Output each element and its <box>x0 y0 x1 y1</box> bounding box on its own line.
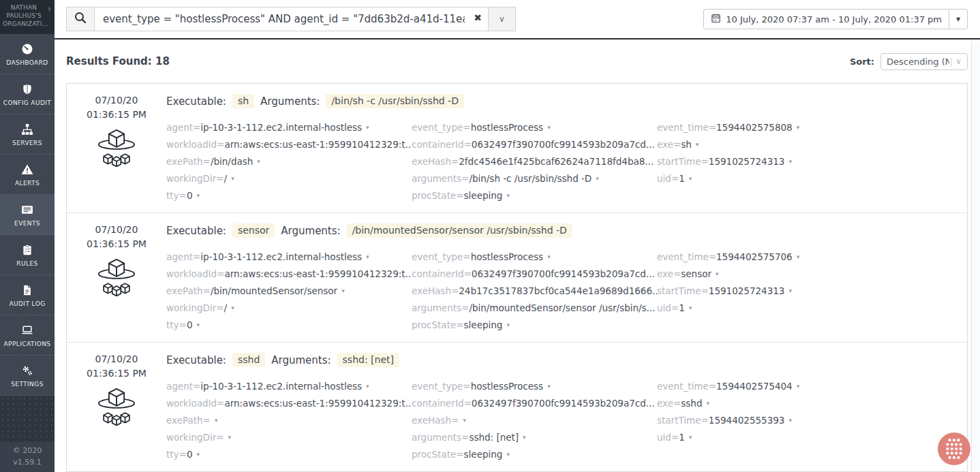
search-button[interactable] <box>66 7 95 31</box>
kv-column: event_type=hostlessProcess▾containerId=0… <box>412 248 657 333</box>
event-headline: Executable: sh Arguments: /bin/sh -c /us… <box>166 93 956 110</box>
kv-pair[interactable]: arguments=/bin/mountedSensor/sensor /usr… <box>412 299 657 316</box>
kv-pair[interactable]: startTime=1594402555393▾ <box>657 411 956 428</box>
kv-value: sensor <box>681 268 711 279</box>
sidebar-item-dashboard[interactable]: DASHBOARD <box>0 34 55 74</box>
kv-pair[interactable]: arguments=/bin/sh -c /usr/sbin/sshd -D▾ <box>412 170 657 187</box>
sidebar-item-audit-log[interactable]: AUDIT LOG <box>0 275 55 315</box>
kv-value: 1 <box>679 302 685 313</box>
search-dropdown-button[interactable]: ∨ <box>489 7 516 31</box>
kv-pair[interactable]: exe=sh▾ <box>657 136 956 153</box>
chat-widget-button[interactable] <box>938 432 970 465</box>
kv-pair[interactable]: event_time=1594402575808▾ <box>657 119 956 136</box>
equals-sign: = <box>193 122 200 133</box>
date-range-picker[interactable]: 10 July, 2020 07:37 am - 10 July, 2020 0… <box>703 9 968 29</box>
kv-pair[interactable]: procState=sleeping▾ <box>412 187 657 204</box>
caret-down-icon: ▾ <box>506 321 510 328</box>
kv-pair[interactable]: exeHash=▾ <box>412 411 657 428</box>
sidebar: NATHAN PAULHUS'S ORGANIZATI... › DASHBOA… <box>0 0 55 472</box>
event-row[interactable]: 07/10/20 01:36:15 PM <box>67 343 967 472</box>
arguments-value-badge: /bin/mountedSensor/sensor /usr/sbin/sshd… <box>347 223 572 238</box>
equals-sign: = <box>216 432 224 443</box>
sidebar-item-applications[interactable]: APPLICATIONS <box>0 315 55 356</box>
app-root: NATHAN PAULHUS'S ORGANIZATI... › DASHBOA… <box>0 0 980 472</box>
kv-pair[interactable]: tty=0▾ <box>166 445 412 462</box>
equals-sign: = <box>673 398 681 409</box>
clipboard-checklist-icon <box>21 242 33 257</box>
kv-pair[interactable]: agent=ip-10-3-1-112.ec2.internal-hostles… <box>166 377 412 394</box>
sidebar-item-label: SERVERS <box>12 140 42 146</box>
kv-pair[interactable]: procState=sleeping▾ <box>412 316 657 333</box>
sidebar-item-alerts[interactable]: ALERTS <box>0 155 55 195</box>
event-row[interactable]: 07/10/20 01:36:15 PM <box>67 213 967 343</box>
kv-pair[interactable]: event_time=1594402575404▾ <box>657 377 956 394</box>
kv-key: arguments <box>412 302 461 313</box>
kv-pair[interactable]: uid=1▾ <box>657 299 956 316</box>
kv-pair[interactable]: arguments=sshd: [net]▾ <box>412 428 657 445</box>
kv-pair[interactable]: tty=0▾ <box>166 187 412 204</box>
kv-key: startTime <box>657 285 701 296</box>
event-date: 07/10/20 <box>67 224 166 235</box>
kv-pair[interactable]: workingDir=/▾ <box>166 299 412 316</box>
kv-pair[interactable]: uid=1▾ <box>657 170 956 187</box>
kv-pair[interactable]: uid=1▾ <box>657 428 956 445</box>
sidebar-item-rules[interactable]: RULES <box>0 235 55 275</box>
kv-pair[interactable]: workloadId=arn:aws:ecs:us-east-1:9599104… <box>166 394 412 411</box>
kv-pair[interactable]: exePath=/bin/dash▾ <box>166 153 412 170</box>
event-row[interactable]: 07/10/20 01:36:15 PM <box>67 84 967 213</box>
kv-pair[interactable]: startTime=1591025724313▾ <box>657 153 956 170</box>
search-input[interactable] <box>95 7 489 31</box>
kv-pair[interactable]: exePath=/bin/mountedSensor/sensor▾ <box>166 282 412 299</box>
kv-pair[interactable]: workloadId=arn:aws:ecs:us-east-1:9599104… <box>166 265 412 282</box>
kv-pair[interactable]: event_type=hostlessProcess▾ <box>412 248 657 265</box>
kv-column: event_type=hostlessProcess▾containerId=0… <box>412 377 657 462</box>
kv-value: ip-10-3-1-112.ec2.internal-hostless <box>200 381 362 392</box>
caret-down-icon: ▾ <box>366 383 369 390</box>
kv-pair[interactable]: workingDir=/▾ <box>166 170 412 187</box>
caret-down-icon: ▾ <box>341 287 345 294</box>
kv-pair[interactable]: agent=ip-10-3-1-112.ec2.internal-hostles… <box>166 119 412 136</box>
event-headline: Executable: sshd Arguments: sshd: [net] <box>166 351 956 368</box>
kv-pair[interactable]: exe=sshd▾ <box>657 394 956 411</box>
kv-pair[interactable]: tty=0▾ <box>166 316 412 333</box>
kv-key: containerId <box>412 398 464 409</box>
kv-pair[interactable]: exeHash=24b17c3517837bcf0ca544e1a9689d16… <box>412 282 657 299</box>
clear-search-icon[interactable]: ✖ <box>474 12 482 23</box>
sidebar-item-config-audit[interactable]: CONFIG AUDIT <box>0 74 55 114</box>
org-switcher[interactable]: NATHAN PAULHUS'S ORGANIZATI... › <box>0 0 55 34</box>
kv-pair[interactable]: exe=sensor▾ <box>657 265 956 282</box>
sidebar-item-events[interactable]: EVENTS <box>0 195 55 235</box>
kv-pair[interactable]: containerId=0632497f390700fc9914593b209a… <box>412 136 657 153</box>
kv-pair[interactable]: procState=sleeping▾ <box>412 445 657 462</box>
caret-down-icon: ▾ <box>788 287 792 294</box>
kv-pair[interactable]: event_type=hostlessProcess▾ <box>412 119 657 136</box>
kv-key: procState <box>412 190 456 201</box>
kv-key: exe <box>657 398 673 409</box>
kv-pair[interactable]: containerId=0632497f390700fc9914593b209a… <box>412 265 657 282</box>
sidebar-item-settings[interactable]: SETTINGS <box>0 356 55 396</box>
caret-down-icon: ▾ <box>547 253 551 260</box>
document-icon <box>21 283 33 297</box>
equals-sign: = <box>456 319 463 330</box>
sort-select[interactable]: Descending (Ne... | ∨ <box>881 53 968 70</box>
caret-down-icon: ▾ <box>716 270 719 277</box>
kv-pair[interactable]: event_time=1594402575706▾ <box>657 248 956 265</box>
kv-pair[interactable]: agent=ip-10-3-1-112.ec2.internal-hostles… <box>166 248 412 265</box>
kv-value: 1591025724313 <box>709 156 785 167</box>
scrollbar[interactable] <box>971 41 980 472</box>
kv-pair[interactable]: exePath=▾ <box>166 411 412 428</box>
kv-pair[interactable]: containerId=0632497f390700fc9914593b209a… <box>412 394 657 411</box>
date-range-caret[interactable]: ▼ <box>949 10 967 29</box>
kv-pair[interactable]: startTime=1591025724313▾ <box>657 282 956 299</box>
kv-key: workingDir <box>166 432 216 443</box>
kv-pair[interactable]: workloadId=arn:aws:ecs:us-east-1:9599104… <box>166 136 412 153</box>
kv-value: 1 <box>679 432 685 443</box>
kv-pair[interactable]: workingDir=▾ <box>166 428 412 445</box>
kv-key: startTime <box>657 415 701 426</box>
kv-pair[interactable]: event_type=hostlessProcess▾ <box>412 377 657 394</box>
kv-value: 24b17c3517837bcf0ca544e1a9689d1666... <box>459 285 657 296</box>
equals-sign: = <box>701 415 708 426</box>
kv-pair[interactable]: exeHash=2fdc4546e1f425bcaf62624a7118fd4b… <box>412 153 657 170</box>
chevron-right-icon: › <box>48 3 51 14</box>
sidebar-item-servers[interactable]: SERVERS <box>0 114 55 155</box>
